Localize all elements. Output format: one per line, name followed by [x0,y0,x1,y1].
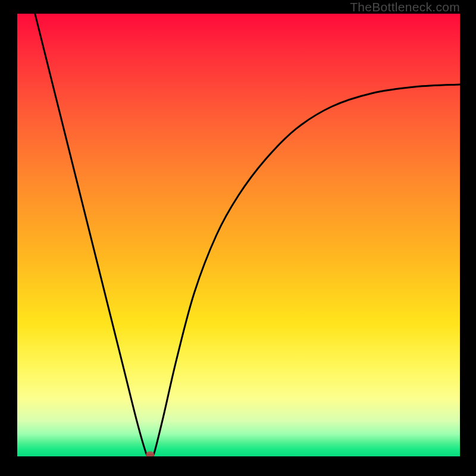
chart-frame: TheBottleneck.com [0,0,476,476]
curve-svg [17,14,460,456]
watermark-text: TheBottleneck.com [350,0,460,14]
minimum-point-marker [146,452,154,456]
plot-area [17,14,460,456]
bottleneck-curve [35,14,460,456]
svg-point-0 [146,452,154,456]
